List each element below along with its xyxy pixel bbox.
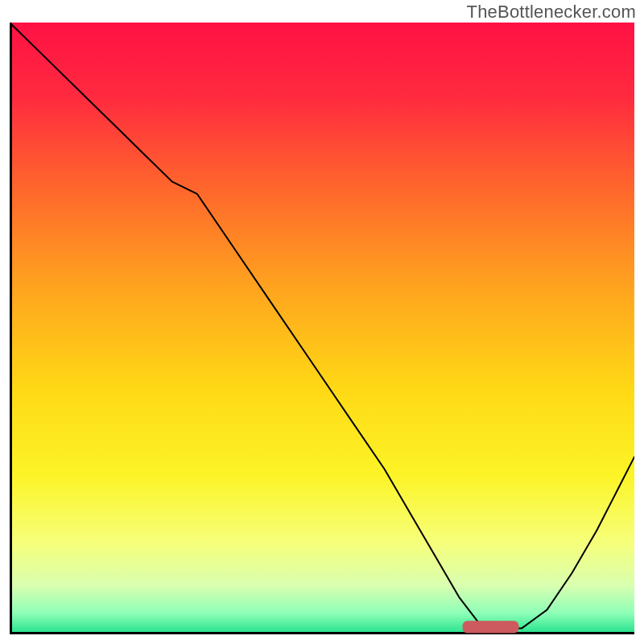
- bottleneck-chart-svg: [10, 23, 634, 634]
- watermark-text: TheBottlenecker.com: [467, 2, 636, 23]
- chart-area: [10, 23, 634, 634]
- optimal-range-marker: [463, 621, 519, 633]
